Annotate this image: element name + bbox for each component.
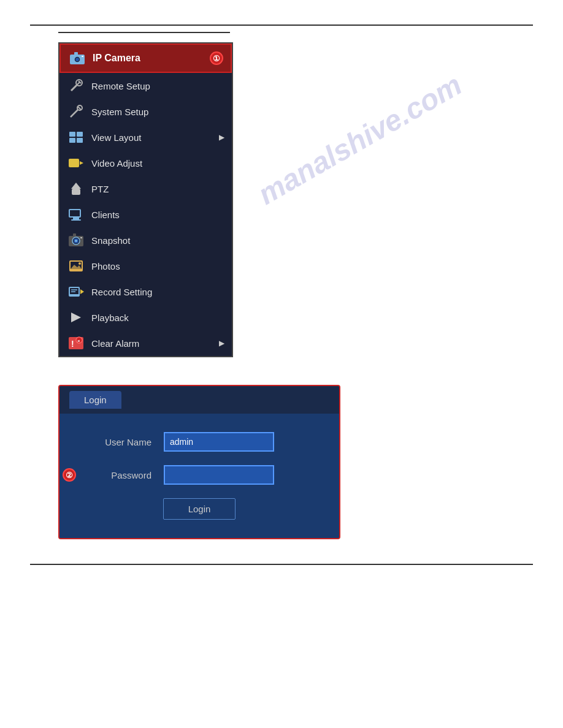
menu-item-ip-camera[interactable]: IP Camera ① <box>59 44 232 73</box>
menu-item-clients[interactable]: Clients <box>59 202 232 227</box>
svg-point-2 <box>75 58 79 61</box>
login-btn-row: Login <box>84 498 315 520</box>
context-menu: IP Camera ① Remote Setup <box>58 42 233 357</box>
alarm-icon: ! × <box>67 335 85 352</box>
menu-record-setting-label: Record Setting <box>91 287 224 297</box>
svg-rect-34 <box>71 270 82 271</box>
menu-item-ptz[interactable]: PTZ <box>59 176 232 202</box>
menu-clients-label: Clients <box>91 210 224 220</box>
login-title-tab: Login <box>69 391 121 409</box>
password-row: ② Password <box>84 465 315 485</box>
password-label: Password <box>84 470 151 480</box>
svg-line-8 <box>77 82 80 85</box>
gear-icon <box>67 103 85 120</box>
svg-rect-18 <box>72 189 80 195</box>
svg-rect-12 <box>69 132 75 137</box>
ptz-icon <box>67 180 85 197</box>
menu-item-snapshot[interactable]: Snapshot <box>59 227 232 253</box>
menu-clear-alarm-label: Clear Alarm <box>91 338 219 349</box>
menu-item-system-setup[interactable]: System Setup <box>59 99 232 124</box>
svg-rect-36 <box>70 288 79 294</box>
svg-rect-15 <box>77 138 83 143</box>
record-icon <box>67 283 85 300</box>
username-input[interactable] <box>164 432 274 452</box>
second-divider <box>58 32 230 33</box>
top-divider <box>30 25 533 26</box>
menu-item-remote-setup[interactable]: Remote Setup <box>59 73 232 99</box>
svg-marker-17 <box>80 161 83 165</box>
camera-icon <box>68 50 86 67</box>
menu-header-label: IP Camera <box>93 53 205 64</box>
menu-system-setup-label: System Setup <box>91 107 224 117</box>
svg-point-33 <box>79 262 81 265</box>
menu-view-layout-label: View Layout <box>91 132 219 143</box>
password-input[interactable] <box>164 465 274 485</box>
menu-snapshot-label: Snapshot <box>91 235 224 246</box>
svg-rect-3 <box>74 52 78 55</box>
menu-photos-label: Photos <box>91 261 224 271</box>
login-dialog: Login User Name ② Password Login <box>58 385 340 539</box>
login-titlebar: Login <box>59 386 339 414</box>
svg-text:×: × <box>77 338 80 344</box>
menu-playback-label: Playback <box>91 313 224 323</box>
svg-point-27 <box>75 240 77 242</box>
svg-rect-16 <box>69 159 79 167</box>
username-row: User Name <box>84 432 315 452</box>
menu-video-adjust-label: Video Adjust <box>91 158 224 169</box>
svg-rect-4 <box>82 56 83 57</box>
snapshot-icon <box>67 232 85 249</box>
page-container: manalshive.com IP Camera ① <box>0 0 563 728</box>
login-title-label: Login <box>84 395 107 405</box>
svg-rect-29 <box>80 237 82 238</box>
svg-line-5 <box>71 85 77 91</box>
video-icon <box>67 154 85 172</box>
menu-item-photos[interactable]: Photos <box>59 253 232 279</box>
playback-icon <box>67 309 85 326</box>
svg-rect-28 <box>73 233 76 237</box>
grid-icon <box>67 129 85 146</box>
menu-item-video-adjust[interactable]: Video Adjust <box>59 150 232 176</box>
view-layout-arrow: ▶ <box>219 133 224 142</box>
svg-rect-14 <box>69 138 75 143</box>
bottom-divider <box>30 564 533 565</box>
menu-item-playback[interactable]: Playback <box>59 305 232 330</box>
menu-item-record-setting[interactable]: Record Setting <box>59 279 232 305</box>
menu-item-clear-alarm[interactable]: ! × Clear Alarm ▶ <box>59 330 232 356</box>
svg-line-9 <box>71 110 78 117</box>
login-button[interactable]: Login <box>163 498 236 520</box>
svg-marker-19 <box>71 183 81 189</box>
svg-marker-37 <box>80 289 84 294</box>
menu-header-badge: ① <box>210 51 223 65</box>
username-label: User Name <box>84 437 151 447</box>
svg-rect-21 <box>70 210 80 216</box>
login-body: User Name ② Password Login <box>59 414 339 538</box>
svg-text:!: ! <box>71 339 74 349</box>
clients-icon <box>67 206 85 223</box>
watermark: manalshive.com <box>252 67 467 211</box>
wrench-icon <box>67 77 85 94</box>
svg-marker-40 <box>71 313 81 322</box>
clear-alarm-arrow: ▶ <box>219 339 224 347</box>
menu-remote-setup-label: Remote Setup <box>91 81 224 91</box>
svg-rect-23 <box>71 219 81 221</box>
photos-icon <box>67 257 85 275</box>
login-badge: ② <box>63 468 76 482</box>
menu-ptz-label: PTZ <box>91 184 224 194</box>
svg-rect-13 <box>77 132 83 137</box>
login-wrapper: Login User Name ② Password Login <box>58 385 340 539</box>
svg-rect-22 <box>73 218 79 219</box>
menu-item-view-layout[interactable]: View Layout ▶ <box>59 124 232 150</box>
